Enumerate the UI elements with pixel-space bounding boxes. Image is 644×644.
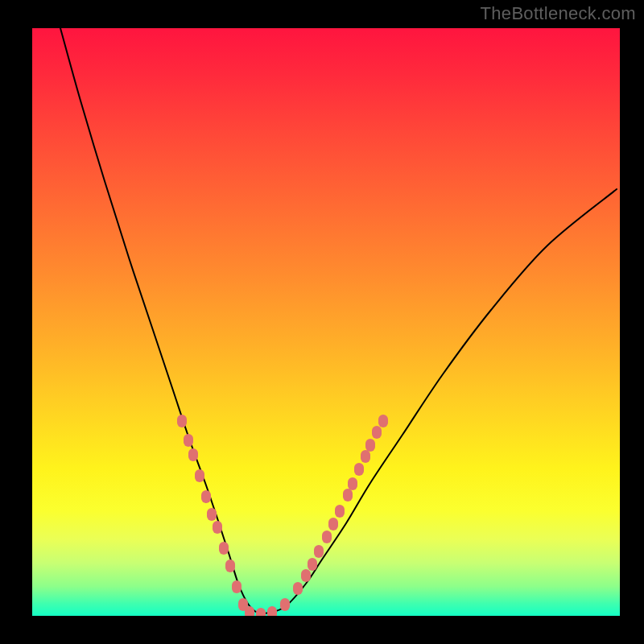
curve-marker	[378, 415, 388, 427]
curve-marker	[188, 448, 198, 461]
curve-marker	[245, 606, 254, 616]
chart-frame: TheBottleneck.com	[0, 0, 644, 644]
curve-marker	[201, 490, 211, 503]
curve-marker	[225, 559, 235, 572]
curve-marker	[213, 521, 222, 534]
curve-marker	[348, 477, 357, 490]
curve-marker	[280, 598, 290, 611]
curve-marker	[177, 415, 187, 427]
curve-marker	[195, 469, 204, 482]
curve-marker	[314, 545, 324, 558]
curve-marker	[335, 505, 345, 518]
curve-marker	[354, 463, 364, 476]
curve-marker	[361, 450, 370, 463]
curve-layer	[32, 28, 620, 616]
curve-marker	[219, 542, 229, 555]
curve-marker	[328, 518, 338, 530]
curve-marker	[301, 569, 311, 582]
curve-marker	[232, 580, 242, 593]
watermark-label: TheBottleneck.com	[481, 3, 636, 24]
marker-group	[177, 415, 388, 616]
bottleneck-curve	[60, 28, 617, 613]
curve-marker	[343, 489, 353, 502]
curve-marker	[365, 439, 375, 452]
curve-marker	[293, 582, 303, 595]
curve-marker	[267, 606, 277, 616]
curve-marker	[308, 558, 317, 571]
curve-marker	[207, 508, 217, 521]
curve-marker	[322, 530, 332, 543]
curve-marker	[184, 434, 193, 447]
curve-marker	[256, 608, 266, 616]
curve-marker	[372, 426, 382, 439]
